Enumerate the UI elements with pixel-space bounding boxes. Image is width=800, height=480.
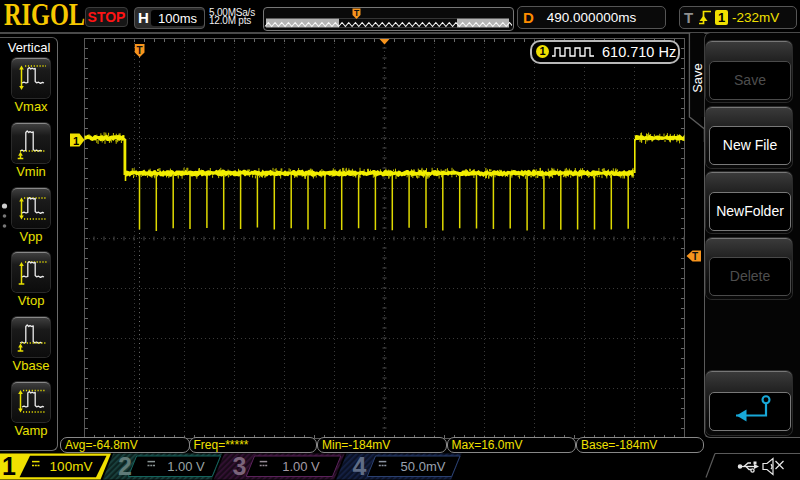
svg-text:1: 1 [73,135,79,147]
svg-text:T: T [692,251,698,262]
svg-text:4: 4 [353,453,367,480]
svg-text:100mV: 100mV [50,459,93,474]
svg-text:1.00 V: 1.00 V [167,459,205,474]
svg-text:3: 3 [233,453,247,480]
svg-text:50.0mV: 50.0mV [401,459,446,474]
svg-text:T: T [137,45,143,56]
svg-text:1.00 V: 1.00 V [282,459,320,474]
svg-text:1: 1 [2,453,16,480]
svg-text:2: 2 [118,453,132,480]
